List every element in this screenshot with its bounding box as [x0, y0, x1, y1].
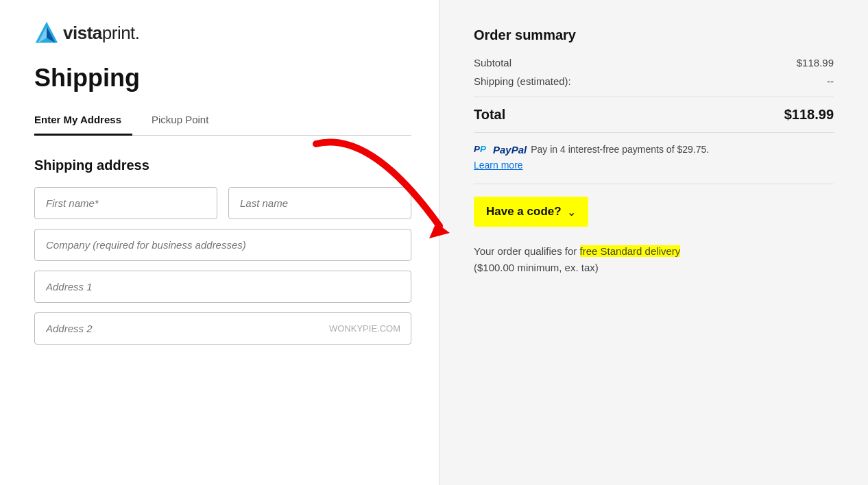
logo: vistaprint.	[34, 21, 411, 45]
tab-enter-my-address[interactable]: Enter My Address	[34, 108, 132, 136]
chevron-down-icon: ⌄	[567, 206, 576, 219]
subtotal-value: $118.99	[797, 57, 834, 69]
subtotal-label: Subtotal	[474, 57, 511, 69]
name-row	[34, 187, 411, 219]
free-delivery-prefix: Your order qualifies for	[474, 245, 580, 257]
subtotal-row: Subtotal $118.99	[474, 57, 834, 69]
have-a-code-button[interactable]: Have a code? ⌄	[474, 197, 588, 227]
order-summary-panel: Order summary Subtotal $118.99 Shipping …	[439, 0, 868, 485]
address2-row: WONKYPIE.COM	[34, 312, 411, 345]
page-title: Shipping	[34, 64, 411, 92]
learn-more-link[interactable]: Learn more	[474, 160, 523, 171]
first-name-input[interactable]	[34, 187, 217, 219]
total-row: Total $118.99	[474, 107, 834, 123]
paypal-learn-more-line: Learn more	[474, 159, 834, 171]
total-value: $118.99	[784, 107, 834, 123]
address2-input[interactable]	[34, 312, 411, 345]
tabs-container: Enter My Address Pickup Point	[34, 108, 411, 136]
tab-pickup-point[interactable]: Pickup Point	[152, 108, 219, 136]
have-a-code-label: Have a code?	[486, 205, 562, 219]
shipping-label: Shipping (estimated):	[474, 75, 571, 87]
free-delivery-suffix: ($100.00 minimum, ex. tax)	[474, 262, 599, 273]
paypal-section: PP PayPal Pay in 4 interest-free payment…	[474, 142, 834, 184]
order-summary-title: Order summary	[474, 27, 834, 43]
paypal-wordmark: PayPal	[493, 144, 527, 156]
summary-divider-bottom	[474, 132, 834, 133]
shipping-address-section: Shipping address WONKYPIE.COM	[34, 158, 411, 345]
logo-normal: print.	[102, 23, 140, 43]
address1-row	[34, 271, 411, 303]
summary-divider	[474, 97, 834, 97]
logo-bold: vista	[63, 23, 102, 43]
svg-text:PP: PP	[474, 144, 486, 154]
vistaprint-logo-icon	[34, 21, 59, 45]
total-label: Total	[474, 107, 505, 123]
shipping-address-title: Shipping address	[34, 158, 411, 173]
address1-input[interactable]	[34, 271, 411, 303]
company-input[interactable]	[34, 229, 411, 261]
shipping-row: Shipping (estimated): --	[474, 75, 834, 87]
paypal-promo-text: Pay in 4 interest-free payments of $29.7…	[531, 144, 709, 155]
last-name-input[interactable]	[228, 187, 411, 219]
paypal-line: PP PayPal Pay in 4 interest-free payment…	[474, 142, 834, 156]
free-delivery-notice: Your order qualifies for free Standard d…	[474, 243, 834, 276]
company-row	[34, 229, 411, 261]
paypal-icon: PP	[474, 142, 487, 156]
free-delivery-highlight: free Standard delivery	[580, 245, 681, 257]
shipping-value: --	[827, 75, 834, 87]
